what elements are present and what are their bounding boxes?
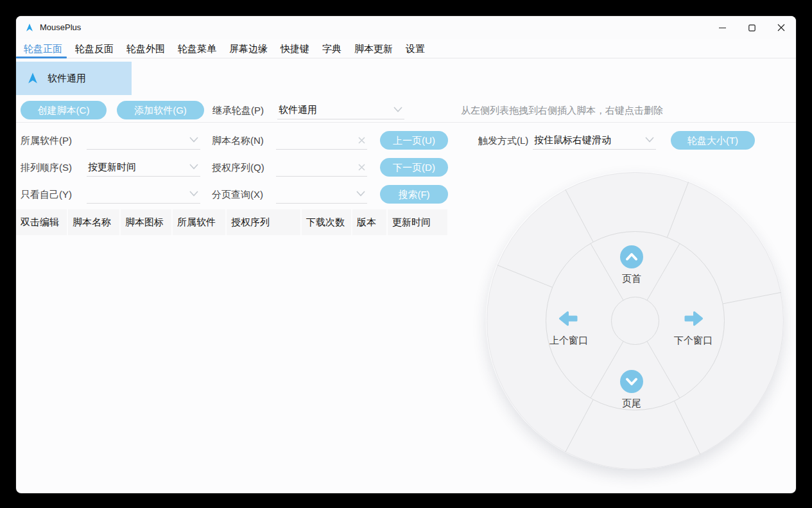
col-update-time[interactable]: 更新时间 — [388, 209, 447, 235]
inherit-wheel-select[interactable]: 软件通用 — [277, 101, 404, 119]
trigger-mode-select[interactable]: 按住鼠标右键滑动 — [533, 131, 656, 150]
clear-icon[interactable] — [358, 164, 365, 171]
chevron-down-icon — [189, 191, 198, 197]
create-script-button[interactable]: 创建脚本(C) — [21, 101, 107, 119]
chevron-down-icon — [645, 137, 654, 143]
chevron-up-circle-icon — [620, 245, 643, 268]
chevron-down-icon — [393, 107, 402, 112]
next-page-button[interactable]: 下一页(D) — [380, 158, 448, 177]
selected-wheel-item[interactable]: 软件通用 — [16, 62, 132, 95]
tab-hotkeys[interactable]: 快捷键 — [274, 39, 316, 58]
maximize-icon[interactable] — [737, 16, 766, 39]
chevron-down-icon — [356, 191, 365, 197]
col-download-count[interactable]: 下载次数 — [302, 209, 351, 235]
window-title: MousePlus — [40, 16, 81, 39]
inherit-wheel-value: 软件通用 — [279, 101, 317, 119]
tab-bar: 轮盘正面 轮盘反面 轮盘外围 轮盘菜单 屏幕边缘 快捷键 字典 脚本更新 设置 — [16, 39, 796, 58]
col-version[interactable]: 版本 — [352, 209, 386, 235]
app-logo-icon — [24, 22, 35, 33]
add-software-button[interactable]: 添加软件(G) — [117, 101, 204, 119]
trigger-mode-value: 按住鼠标右键滑动 — [534, 131, 611, 149]
clear-icon[interactable] — [358, 137, 365, 144]
owner-software-select[interactable] — [87, 131, 200, 150]
divider — [16, 122, 796, 123]
arrow-right-icon — [680, 307, 706, 330]
sort-order-select[interactable]: 按更新时间 — [87, 158, 200, 177]
tab-wheel-front[interactable]: 轮盘正面 — [17, 39, 69, 58]
tab-wheel-menu[interactable]: 轮盘菜单 — [171, 39, 223, 58]
wheel-item-page-top[interactable]: 页首 — [620, 245, 643, 285]
sort-order-value: 按更新时间 — [88, 158, 136, 176]
tab-settings[interactable]: 设置 — [399, 39, 431, 58]
trigger-mode-label: 触发方式(L) — [478, 131, 528, 150]
wheel-item-label: 上个窗口 — [549, 335, 588, 347]
col-script-name[interactable]: 脚本名称 — [68, 209, 119, 235]
drag-hint-text: 从左侧列表拖拽到右侧插入脚本，右键点击删除 — [461, 101, 663, 119]
chevron-down-icon — [189, 164, 198, 170]
tab-script-update[interactable]: 脚本更新 — [348, 39, 399, 58]
mouseplus-arrow-icon — [26, 71, 40, 85]
wheel-size-button[interactable]: 轮盘大小(T) — [671, 131, 755, 150]
wheel-item-label: 页首 — [622, 273, 641, 285]
auth-serial-label: 授权序列(Q) — [212, 158, 264, 177]
page-query-label: 分页查询(X) — [212, 185, 263, 204]
tab-wheel-outer[interactable]: 轮盘外围 — [120, 39, 171, 58]
col-owner-software[interactable]: 所属软件 — [173, 209, 225, 235]
script-name-label: 脚本名称(N) — [212, 131, 264, 150]
tab-dictionary[interactable]: 字典 — [316, 39, 348, 58]
page-query-select[interactable] — [276, 185, 367, 204]
wheel-preview: 页首 上个窗口 下个窗口 页尾 — [486, 171, 784, 469]
tab-screen-edge[interactable]: 屏幕边缘 — [223, 39, 274, 58]
script-name-input[interactable] — [277, 132, 353, 149]
selected-wheel-label: 软件通用 — [48, 73, 86, 85]
wheel-rings — [486, 171, 784, 469]
title-bar: MousePlus — [16, 16, 796, 39]
tab-wheel-back[interactable]: 轮盘反面 — [69, 39, 120, 58]
only-mine-select[interactable] — [87, 185, 200, 204]
col-auth-serial[interactable]: 授权序列 — [227, 209, 300, 235]
minimize-icon[interactable] — [707, 16, 737, 39]
arrow-left-icon — [556, 307, 582, 330]
col-script-icon[interactable]: 脚本图标 — [121, 209, 171, 235]
script-name-field — [276, 131, 367, 150]
auth-serial-field — [276, 158, 367, 177]
only-mine-label: 只看自己(Y) — [21, 185, 72, 204]
wheel-item-page-bottom[interactable]: 页尾 — [620, 370, 643, 410]
auth-serial-input[interactable] — [277, 159, 353, 176]
app-window: MousePlus 轮盘正面 轮盘反面 轮盘外围 轮盘菜单 屏幕边缘 快捷键 字… — [16, 16, 796, 493]
wheel-item-label: 页尾 — [622, 398, 641, 410]
wheel-item-next-window[interactable]: 下个窗口 — [674, 307, 713, 347]
owner-software-label: 所属软件(P) — [21, 131, 72, 150]
col-double-click-edit[interactable]: 双击编辑 — [16, 209, 67, 235]
chevron-down-icon — [189, 137, 198, 143]
search-button[interactable]: 搜索(F) — [380, 185, 448, 204]
window-controls — [707, 16, 796, 39]
sort-order-label: 排列顺序(S) — [21, 158, 72, 177]
close-icon[interactable] — [766, 16, 796, 39]
prev-page-button[interactable]: 上一页(U) — [380, 131, 448, 150]
wheel-item-prev-window[interactable]: 上个窗口 — [549, 307, 588, 347]
inherit-wheel-label: 继承轮盘(P) — [212, 101, 264, 119]
script-table-header: 双击编辑 脚本名称 脚本图标 所属软件 授权序列 下载次数 版本 更新时间 — [16, 209, 465, 235]
chevron-down-circle-icon — [620, 370, 643, 393]
wheel-item-label: 下个窗口 — [674, 335, 713, 347]
